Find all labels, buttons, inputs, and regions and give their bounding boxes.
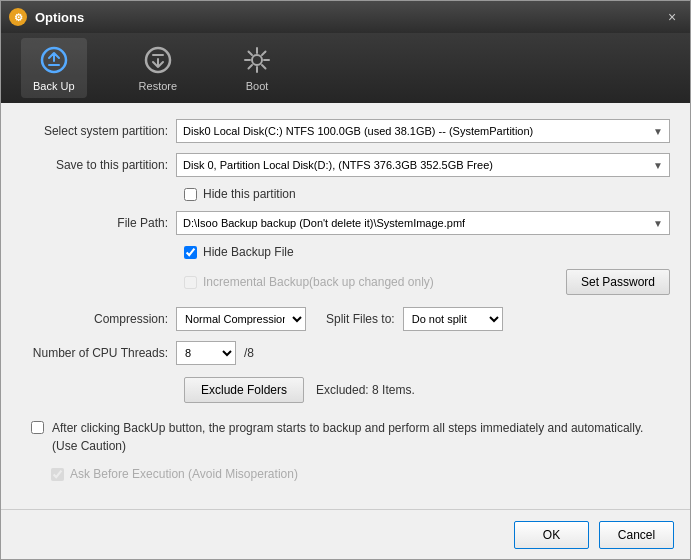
content-area: Select system partition: Disk0 Local Dis… xyxy=(1,103,690,507)
incremental-label: Incremental Backup(back up changed only) xyxy=(203,275,434,289)
save-partition-row: Save to this partition: Disk 0, Partitio… xyxy=(21,153,670,177)
hide-backup-row: Hide Backup File xyxy=(184,245,670,259)
svg-line-7 xyxy=(249,52,253,56)
exclude-folders-button[interactable]: Exclude Folders xyxy=(184,377,304,403)
content-wrapper: Select system partition: Disk0 Local Dis… xyxy=(1,103,690,509)
svg-line-8 xyxy=(262,65,266,69)
file-path-value: D:\Isoo Backup backup (Don't delete it)\… xyxy=(183,217,465,229)
ask-execution-label: Ask Before Execution (Avoid Misoperation… xyxy=(70,467,298,481)
title-bar: ⚙ Options × xyxy=(1,1,690,33)
compression-label: Compression: xyxy=(21,312,176,326)
app-icon: ⚙ xyxy=(9,8,27,26)
threads-label: Number of CPU Threads: xyxy=(21,346,176,360)
restore-tab-label: Restore xyxy=(139,80,178,92)
close-button[interactable]: × xyxy=(662,7,682,27)
threads-row: Number of CPU Threads: 8 /8 xyxy=(21,341,670,365)
hide-partition-row: Hide this partition xyxy=(184,187,670,201)
compression-select[interactable]: Normal Compression xyxy=(176,307,306,331)
save-partition-arrow: ▼ xyxy=(653,160,663,171)
file-path-row: File Path: D:\Isoo Backup backup (Don't … xyxy=(21,211,670,235)
system-partition-control: Disk0 Local Disk(C:) NTFS 100.0GB (used … xyxy=(176,119,670,143)
footer: OK Cancel xyxy=(1,509,690,559)
backup-tab[interactable]: Back Up xyxy=(21,38,87,98)
hide-backup-label: Hide Backup File xyxy=(203,245,294,259)
threads-max: /8 xyxy=(244,346,254,360)
file-path-dropdown[interactable]: D:\Isoo Backup backup (Don't delete it)\… xyxy=(176,211,670,235)
svg-point-2 xyxy=(252,55,262,65)
boot-tab[interactable]: Boot xyxy=(229,38,285,98)
system-partition-value: Disk0 Local Disk(C:) NTFS 100.0GB (used … xyxy=(183,125,533,137)
ok-button[interactable]: OK xyxy=(514,521,589,549)
restore-tab[interactable]: Restore xyxy=(127,38,190,98)
incremental-checkbox[interactable] xyxy=(184,276,197,289)
svg-line-10 xyxy=(249,65,253,69)
backup-tab-label: Back Up xyxy=(33,80,75,92)
save-partition-dropdown[interactable]: Disk 0, Partition Local Disk(D:), (NTFS … xyxy=(176,153,670,177)
split-section: Split Files to: Do not split xyxy=(326,307,503,331)
boot-icon xyxy=(241,44,273,76)
toolbar: Back Up Restore xyxy=(1,33,690,103)
compression-row: Compression: Normal Compression Split Fi… xyxy=(21,307,670,331)
split-label: Split Files to: xyxy=(326,312,395,326)
system-partition-dropdown[interactable]: Disk0 Local Disk(C:) NTFS 100.0GB (used … xyxy=(176,119,670,143)
boot-tab-label: Boot xyxy=(246,80,269,92)
file-path-arrow: ▼ xyxy=(653,218,663,229)
window-title: Options xyxy=(35,10,662,25)
warning-checkbox[interactable] xyxy=(31,421,44,434)
options-window: ⚙ Options × Back Up Resto xyxy=(0,0,691,560)
cancel-button[interactable]: Cancel xyxy=(599,521,674,549)
incremental-row: Incremental Backup(back up changed only)… xyxy=(21,269,670,295)
ask-execution-row: Ask Before Execution (Avoid Misoperation… xyxy=(51,467,670,481)
threads-select[interactable]: 8 xyxy=(176,341,236,365)
set-password-button[interactable]: Set Password xyxy=(566,269,670,295)
save-partition-control: Disk 0, Partition Local Disk(D:), (NTFS … xyxy=(176,153,670,177)
hide-backup-checkbox[interactable] xyxy=(184,246,197,259)
system-partition-row: Select system partition: Disk0 Local Dis… xyxy=(21,119,670,143)
save-partition-label: Save to this partition: xyxy=(21,158,176,172)
hide-partition-checkbox[interactable] xyxy=(184,188,197,201)
file-path-label: File Path: xyxy=(21,216,176,230)
system-partition-arrow: ▼ xyxy=(653,126,663,137)
exclude-row: Exclude Folders Excluded: 8 Items. xyxy=(184,377,670,403)
svg-line-9 xyxy=(262,52,266,56)
save-partition-value: Disk 0, Partition Local Disk(D:), (NTFS … xyxy=(183,159,493,171)
warning-label: After clicking BackUp button, the progra… xyxy=(52,419,660,455)
file-path-control: D:\Isoo Backup backup (Don't delete it)\… xyxy=(176,211,670,235)
restore-icon xyxy=(142,44,174,76)
system-partition-label: Select system partition: xyxy=(21,124,176,138)
warning-row: After clicking BackUp button, the progra… xyxy=(21,419,670,455)
split-select[interactable]: Do not split xyxy=(403,307,503,331)
backup-icon xyxy=(38,44,70,76)
incremental-left: Incremental Backup(back up changed only) xyxy=(184,275,538,289)
excluded-text: Excluded: 8 Items. xyxy=(316,383,415,397)
ask-execution-checkbox[interactable] xyxy=(51,468,64,481)
hide-partition-label: Hide this partition xyxy=(203,187,296,201)
